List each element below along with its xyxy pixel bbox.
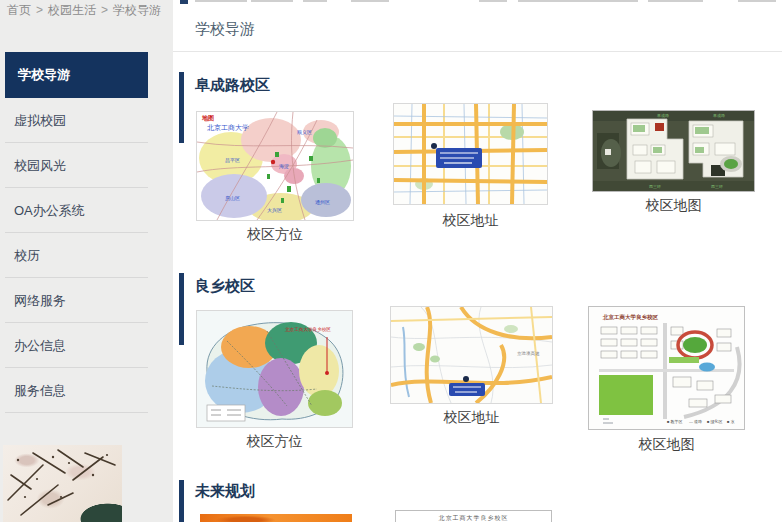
street-map-illustration: 京港澳高速 [391, 307, 552, 403]
caption-liangxiang-dizhi: 校区地址 [390, 409, 553, 427]
svg-text:海淀: 海淀 [279, 163, 289, 170]
svg-text:西三环: 西三环 [711, 184, 723, 189]
breadcrumb-separator: > [36, 3, 43, 17]
sidebar-item-school-guide[interactable]: 学校导游 [5, 52, 148, 98]
satellite-map-illustration: 阜成路阜成路 西三环西三环 [593, 111, 754, 191]
cutoff-fragment [518, 0, 638, 2]
sidebar-item-calendar[interactable]: 校历 [5, 233, 148, 278]
svg-text:阜成路: 阜成路 [657, 113, 669, 118]
title-divider [173, 51, 782, 52]
svg-text:房山区: 房山区 [225, 195, 240, 201]
breadcrumb-separator: > [101, 3, 108, 17]
sidebar-item-service-info[interactable]: 服务信息 [5, 368, 148, 413]
cutoff-fragment [351, 0, 389, 2]
plan-drawing-title: 北京工商大学良乡校区 [439, 515, 509, 521]
svg-text:顺义区: 顺义区 [297, 129, 312, 135]
caption-fuchenglu-fangwei: 校区方位 [196, 226, 354, 244]
thumbnail-fuchenglu-satellite-map[interactable]: 阜成路阜成路 西三环西三环 [592, 110, 755, 192]
cutoff-fragment [479, 0, 507, 2]
section-accent-bar [179, 72, 184, 143]
section-title-fuchenglu: 阜成路校区 [195, 76, 270, 95]
section-title-liangxiang: 良乡校区 [195, 277, 255, 296]
thumbnail-fuchenglu-district-map[interactable]: 地图 北京工商大学 昌平区顺义区房山区 通州区大兴区海淀 [196, 111, 354, 221]
section-title-future-plan: 未来规划 [195, 482, 255, 501]
caption-liangxiang-fangwei: 校区方位 [196, 433, 353, 451]
sidebar-item-network-services[interactable]: 网络服务 [5, 278, 148, 323]
section-accent-bar [179, 273, 184, 345]
sidebar-item-office-info[interactable]: 办公信息 [5, 323, 148, 368]
cutoff-fragment [195, 0, 247, 2]
sidebar-photo-cherry-blossoms [3, 445, 122, 522]
sidebar-nav: 学校导游 虚拟校园 校园风光 OA办公系统 校历 网络服务 办公信息 服务信息 [5, 52, 148, 413]
svg-text:大兴区: 大兴区 [267, 207, 282, 213]
caption-fuchenglu-dizhi: 校区地址 [393, 212, 548, 230]
breadcrumb: 首页>校园生活>学校导游 [7, 2, 167, 18]
map-logo-text: 地图 [201, 114, 214, 122]
cutoff-fragment [303, 0, 327, 2]
thumbnail-future-plan-orange[interactable] [200, 514, 352, 522]
fangshan-map-illustration: 北京工商大学良乡校区 [197, 311, 352, 427]
svg-text:阜成路: 阜成路 [713, 113, 725, 118]
cutoff-fragment [648, 0, 703, 2]
section-accent-bar [179, 480, 184, 522]
cutoff-fragment [738, 0, 776, 2]
breadcrumb-home[interactable]: 首页 [7, 3, 31, 17]
street-map-illustration [394, 104, 547, 204]
svg-text:■ 水: ■ 水 [727, 419, 735, 424]
thumbnail-liangxiang-street-map[interactable]: 京港澳高速 [390, 306, 553, 404]
campus-plan-illustration: 北京工商大学良乡校区 [589, 307, 744, 429]
thumbnail-future-plan-drawing[interactable]: 北京工商大学良乡校区 [395, 510, 552, 522]
svg-text:通州区: 通州区 [315, 199, 330, 205]
caption-fuchenglu-ditu: 校区地图 [592, 197, 755, 215]
thumbnail-liangxiang-campus-plan[interactable]: 北京工商大学良乡校区 [588, 306, 745, 430]
thumbnail-fuchenglu-street-map[interactable] [393, 103, 548, 205]
plan-title-text: 北京工商大学良乡校区 [602, 314, 659, 321]
sidebar: 首页>校园生活>学校导游 学校导游 虚拟校园 校园风光 OA办公系统 校历 网络… [0, 0, 173, 522]
page-title: 学校导游 [195, 20, 255, 39]
page: 首页>校园生活>学校导游 学校导游 虚拟校园 校园风光 OA办公系统 校历 网络… [0, 0, 782, 522]
main-content: 学校导游 阜成路校区 [173, 0, 782, 522]
sidebar-item-campus-scenery[interactable]: 校园风光 [5, 143, 148, 188]
map-annotation-text: 北京工商大学良乡校区 [285, 326, 331, 333]
svg-text:西三环: 西三环 [649, 184, 661, 189]
thumbnail-liangxiang-district-map[interactable]: 北京工商大学良乡校区 [196, 310, 353, 428]
sidebar-item-virtual-campus[interactable]: 虚拟校园 [5, 98, 148, 143]
svg-text:■ 绿化区: ■ 绿化区 [707, 419, 723, 424]
svg-text:昌平区: 昌平区 [225, 157, 240, 164]
breadcrumb-campus-life[interactable]: 校园生活 [48, 3, 96, 17]
sidebar-item-oa-system[interactable]: OA办公系统 [5, 188, 148, 233]
caption-liangxiang-ditu: 校区地图 [588, 436, 745, 454]
cutoff-fragment [251, 0, 293, 2]
svg-text:— 道路: — 道路 [689, 419, 702, 424]
cutoff-fragment [180, 0, 188, 4]
map-university-label: 北京工商大学 [207, 124, 249, 132]
branches-illustration [3, 445, 122, 522]
breadcrumb-current: 学校导游 [113, 3, 161, 17]
district-map-illustration: 地图 北京工商大学 昌平区顺义区房山区 通州区大兴区海淀 [197, 112, 353, 220]
